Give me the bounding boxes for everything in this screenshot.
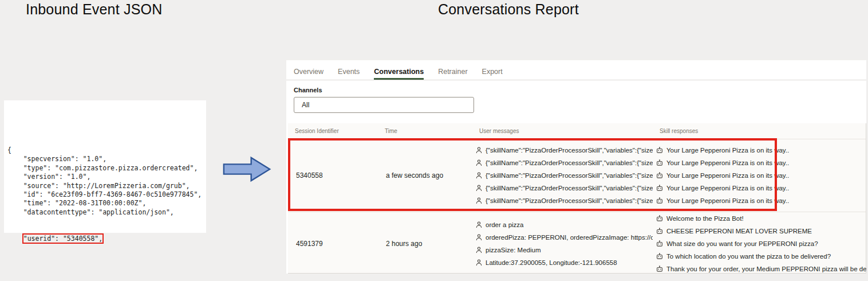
skill-response-text: Your Large Pepperoni Pizza is on its way… <box>666 197 789 205</box>
json-line: "id": "6ce23f09-bff7-4369-8467-0c510e977… <box>7 190 204 199</box>
person-icon <box>476 159 482 166</box>
person-icon <box>476 197 482 204</box>
person-icon <box>476 185 482 192</box>
person-icon <box>476 147 482 154</box>
user-message-text: Latitude:37.2900055, Longitude:-121.9065… <box>486 259 617 267</box>
json-lines-before: { "specversion": "1.0", "type": "com.piz… <box>7 120 204 217</box>
user-message: {"skillName":"PizzaOrderProcessorSkill",… <box>476 171 653 179</box>
userid-highlight-box: "userid": "5340558", <box>23 235 102 243</box>
user-messages-cell: order a pizza orderedPizza: PEPPERONI, o… <box>472 212 653 275</box>
user-message: Latitude:37.2900055, Longitude:-121.9065… <box>476 259 653 267</box>
person-icon <box>476 172 482 179</box>
skill-response-text: Thank you for your order, your Medium PE… <box>666 265 866 273</box>
tab-retrainer[interactable]: Retrainer <box>438 68 467 80</box>
user-messages-list: order a pizza orderedPizza: PEPPERONI, o… <box>472 212 653 275</box>
skill-response-text: To which location do you want the pizza … <box>666 252 831 260</box>
json-line: { <box>7 146 204 155</box>
skill-responses-cell: Welcome to the Pizza Bot! CHEESE PEPPERO… <box>653 212 866 275</box>
json-indent <box>7 235 23 243</box>
channels-label: Channels <box>294 87 866 93</box>
session-identifier-cell: 4591379 <box>288 212 378 275</box>
user-message: order a pizza <box>476 221 653 229</box>
skill-response: Your Large Pepperoni Pizza is on its way… <box>656 159 866 167</box>
bot-icon <box>656 197 663 204</box>
bot-icon <box>656 266 663 272</box>
bot-icon <box>656 228 663 235</box>
session-identifier-cell: 5340558 <box>288 139 378 212</box>
col-header-skill-responses: Skill responses <box>653 123 866 139</box>
json-line: "time": "2022-08-31T00:00:00Z", <box>7 199 204 208</box>
skill-response-text: Your Large Pepperoni Pizza is on its way… <box>666 159 789 167</box>
bot-icon <box>656 159 663 166</box>
skill-response-text: Your Large Pepperoni Pizza is on its way… <box>666 171 789 179</box>
left-panel-title: Inbound Event JSON <box>26 1 162 18</box>
skill-response-text: Your Large Pepperoni Pizza is on its way… <box>666 146 789 154</box>
user-message: {"skillName":"PizzaOrderProcessorSkill",… <box>476 197 653 205</box>
user-message-text: {"skillName":"PizzaOrderProcessorSkill",… <box>486 184 653 192</box>
user-message: {"skillName":"PizzaOrderProcessorSkill",… <box>476 146 653 154</box>
skill-response: Your Large Pepperoni Pizza is on its way… <box>656 197 866 205</box>
user-message-text: {"skillName":"PizzaOrderProcessorSkill",… <box>486 146 653 154</box>
json-line: "version": "1.0", <box>7 173 204 181</box>
json-line: "specversion": "1.0", <box>7 155 204 163</box>
col-header-time: Time <box>378 123 472 139</box>
skill-response: Welcome to the Pizza Bot! <box>656 214 866 223</box>
skill-response: Thank you for your order, your Medium PE… <box>656 265 866 273</box>
bot-icon <box>656 240 663 247</box>
skill-response-text: Your Large Pepperoni Pizza is on its way… <box>666 184 789 192</box>
json-line: "source": "http://LoremPizzeria.com/grub… <box>7 182 204 190</box>
col-header-user-messages: User messages <box>472 123 653 139</box>
user-message: {"skillName":"PizzaOrderProcessorSkill",… <box>476 184 653 192</box>
conversations-table: Session Identifier Time User messages Sk… <box>288 123 866 274</box>
user-messages-cell: {"skillName":"PizzaOrderProcessorSkill",… <box>472 139 653 212</box>
tab-events[interactable]: Events <box>338 68 360 80</box>
bot-icon <box>656 253 663 260</box>
channels-filter: Channels <box>286 80 866 113</box>
table-header-row: Session Identifier Time User messages Sk… <box>288 123 866 139</box>
person-icon <box>476 259 482 266</box>
skill-responses-list: Welcome to the Pizza Bot! CHEESE PEPPERO… <box>653 212 866 275</box>
user-message-text: order a pizza <box>486 221 523 229</box>
user-message-text: pizzaSize: Medium <box>486 246 541 254</box>
report-title: Conversations Report <box>438 1 579 18</box>
bot-icon <box>656 147 663 154</box>
person-icon <box>476 234 482 241</box>
skill-response: To which location do you want the pizza … <box>656 252 866 260</box>
json-line-userid: "userid": "5340558", <box>7 235 204 243</box>
bot-icon <box>656 215 663 222</box>
skill-responses-list: Your Large Pepperoni Pizza is on its way… <box>653 139 866 212</box>
json-line: "type": "com.pizzastore.pizza.ordercreat… <box>7 164 204 173</box>
conversations-report-panel: Overview Events Conversations Retrainer … <box>286 60 866 274</box>
skill-response: Your Large Pepperoni Pizza is on its way… <box>656 171 866 179</box>
user-message-text: orderedPizza: PEPPERONI, orderedPizzaIma… <box>486 233 653 241</box>
skill-response-text: What size do you want for your PEPPERONI… <box>666 240 818 248</box>
skill-response: Your Large Pepperoni Pizza is on its way… <box>656 184 866 192</box>
user-message: pizzaSize: Medium <box>476 246 653 254</box>
person-icon <box>476 247 482 253</box>
user-message: orderedPizza: PEPPERONI, orderedPizzaIma… <box>476 233 653 241</box>
skill-response-text: CHEESE PEPPERONI MEAT LOVER SUPREME <box>666 227 812 235</box>
user-messages-list: {"skillName":"PizzaOrderProcessorSkill",… <box>472 139 653 212</box>
tab-overview[interactable]: Overview <box>294 68 323 80</box>
user-message-text: {"skillName":"PizzaOrderProcessorSkill",… <box>486 159 653 167</box>
table-row: 4591379 2 hours ago order a pizza <box>288 212 866 275</box>
right-arrow-icon <box>222 155 271 183</box>
tab-conversations[interactable]: Conversations <box>374 68 424 80</box>
json-lines-after: "channelname": "appevent", "data": { "si… <box>7 261 204 281</box>
report-tab-bar: Overview Events Conversations Retrainer … <box>286 60 866 80</box>
skill-responses-cell: Your Large Pepperoni Pizza is on its way… <box>653 139 866 212</box>
bot-icon <box>656 172 663 179</box>
skill-response: What size do you want for your PEPPERONI… <box>656 240 866 248</box>
table-row: 5340558 a few seconds ago {"skillName":"… <box>288 139 866 212</box>
tab-export[interactable]: Export <box>482 68 503 80</box>
screenshot-canvas: Inbound Event JSON Conversations Report … <box>0 0 868 281</box>
channels-select[interactable] <box>294 97 474 113</box>
json-line: "datacontenttype": "application/json", <box>7 208 204 217</box>
person-icon <box>476 221 482 228</box>
skill-response-text: Welcome to the Pizza Bot! <box>666 214 744 223</box>
skill-response: Your Large Pepperoni Pizza is on its way… <box>656 146 866 154</box>
user-message-text: {"skillName":"PizzaOrderProcessorSkill",… <box>486 171 653 179</box>
skill-response: CHEESE PEPPERONI MEAT LOVER SUPREME <box>656 227 866 235</box>
bot-icon <box>656 185 663 192</box>
inbound-event-json-block: { "specversion": "1.0", "type": "com.piz… <box>4 100 206 233</box>
